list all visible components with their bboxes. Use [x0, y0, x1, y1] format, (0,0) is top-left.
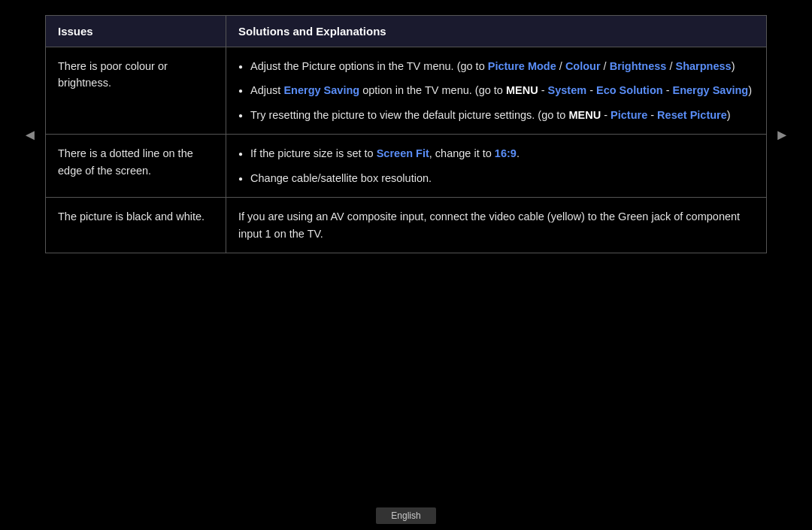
- page-container: ◄ ► Issues Solutions and Explanations Th…: [0, 0, 812, 530]
- issue-cell: There is a dotted line on the edge of th…: [46, 135, 226, 198]
- language-button[interactable]: English: [376, 507, 435, 524]
- list-item: If the picture size is set to Screen Fit…: [238, 145, 754, 162]
- list-item: Adjust the Picture options in the TV men…: [238, 58, 754, 74]
- issue-cell: The picture is black and white.: [46, 198, 226, 253]
- solutions-cell: If the picture size is set to Screen Fit…: [226, 135, 767, 198]
- list-item: Try resetting the picture to view the de…: [238, 107, 754, 123]
- issues-table: Issues Solutions and Explanations There …: [45, 15, 767, 253]
- table-row: The picture is black and white. If you a…: [46, 198, 767, 253]
- table-row: There is a dotted line on the edge of th…: [46, 135, 767, 198]
- list-item: Change cable/satellite box resolution.: [238, 170, 754, 186]
- solutions-cell: Adjust the Picture options in the TV men…: [226, 47, 767, 135]
- list-item: Adjust Energy Saving option in the TV me…: [238, 82, 754, 98]
- col-solutions-header: Solutions and Explanations: [226, 16, 767, 47]
- table-row: There is poor colour or brightness. Adju…: [46, 47, 767, 135]
- language-bar: English: [0, 501, 812, 530]
- nav-arrow-left[interactable]: ◄: [23, 126, 38, 143]
- nav-arrow-right[interactable]: ►: [774, 126, 789, 143]
- col-issues-header: Issues: [46, 16, 226, 47]
- table-wrapper: ◄ ► Issues Solutions and Explanations Th…: [45, 15, 767, 253]
- solutions-cell: If you are using an AV composite input, …: [226, 198, 767, 253]
- issue-cell: There is poor colour or brightness.: [46, 47, 226, 135]
